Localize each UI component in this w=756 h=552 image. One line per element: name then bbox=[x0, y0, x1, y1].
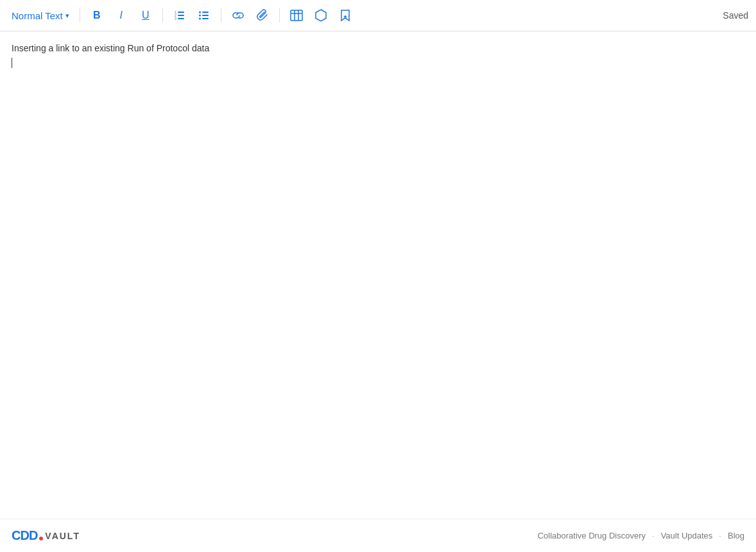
footer-links: Collaborative Drug Discovery · Vault Upd… bbox=[538, 531, 744, 540]
italic-button[interactable]: I bbox=[111, 5, 132, 26]
ordered-list-icon: 1 2 3 bbox=[174, 10, 185, 21]
chevron-down-icon: ▾ bbox=[65, 12, 69, 20]
protocol-button[interactable] bbox=[311, 5, 331, 26]
text-style-dropdown[interactable]: Normal Text ▾ bbox=[8, 8, 73, 24]
table-icon bbox=[290, 10, 303, 21]
footer-sep-2: · bbox=[719, 531, 721, 540]
svg-marker-16 bbox=[316, 10, 326, 21]
svg-rect-8 bbox=[202, 18, 209, 19]
underline-button[interactable]: U bbox=[135, 5, 156, 26]
editor-cursor-line bbox=[12, 58, 744, 68]
footer-link-cdd[interactable]: Collaborative Drug Discovery bbox=[538, 531, 646, 540]
table-button[interactable] bbox=[286, 5, 307, 26]
hexagon-icon bbox=[314, 9, 327, 22]
editor-content[interactable]: Inserting a link to an existing Run of P… bbox=[12, 42, 744, 68]
bold-icon: B bbox=[93, 10, 101, 21]
unordered-list-button[interactable] bbox=[194, 5, 214, 26]
footer-logo: CDD VAULT bbox=[12, 528, 80, 543]
svg-rect-2 bbox=[178, 18, 184, 19]
footer: CDD VAULT Collaborative Drug Discovery ·… bbox=[0, 519, 756, 552]
ordered-list-button[interactable]: 1 2 3 bbox=[169, 5, 190, 26]
unordered-list-icon bbox=[198, 10, 210, 21]
toolbar-divider-4 bbox=[279, 8, 280, 22]
logo-vault: VAULT bbox=[45, 531, 80, 541]
svg-point-10 bbox=[199, 15, 201, 17]
toolbar-divider-2 bbox=[162, 8, 163, 22]
logo-cdd: CDD bbox=[12, 528, 37, 543]
svg-rect-7 bbox=[202, 15, 209, 16]
italic-icon: I bbox=[120, 10, 123, 21]
link-icon bbox=[232, 10, 245, 21]
svg-rect-6 bbox=[202, 12, 209, 13]
toolbar-divider-3 bbox=[221, 8, 221, 22]
saved-status: Saved bbox=[723, 10, 748, 21]
text-style-label: Normal Text bbox=[12, 10, 63, 21]
underline-icon: U bbox=[142, 10, 150, 21]
link-button[interactable] bbox=[228, 5, 248, 26]
editor-line-1: Inserting a link to an existing Run of P… bbox=[12, 42, 744, 55]
attachment-icon bbox=[257, 9, 268, 22]
editor-area[interactable]: Inserting a link to an existing Run of P… bbox=[0, 31, 756, 519]
svg-point-11 bbox=[199, 18, 201, 20]
bookmark-button[interactable] bbox=[335, 5, 356, 26]
svg-point-9 bbox=[199, 12, 201, 13]
bookmark-icon bbox=[340, 9, 350, 22]
text-cursor bbox=[12, 58, 12, 68]
svg-rect-1 bbox=[178, 15, 184, 16]
toolbar-divider-1 bbox=[80, 8, 80, 22]
toolbar: Normal Text ▾ B I U 1 2 3 bbox=[0, 0, 756, 31]
footer-link-blog[interactable]: Blog bbox=[728, 531, 744, 540]
bold-button[interactable]: B bbox=[87, 5, 107, 26]
attachment-button[interactable] bbox=[252, 5, 273, 26]
logo-dot bbox=[39, 537, 43, 540]
svg-rect-12 bbox=[291, 10, 302, 21]
svg-rect-0 bbox=[178, 12, 184, 13]
svg-text:3: 3 bbox=[175, 17, 176, 21]
footer-sep-1: · bbox=[652, 531, 655, 540]
footer-link-vault-updates[interactable]: Vault Updates bbox=[661, 531, 713, 540]
